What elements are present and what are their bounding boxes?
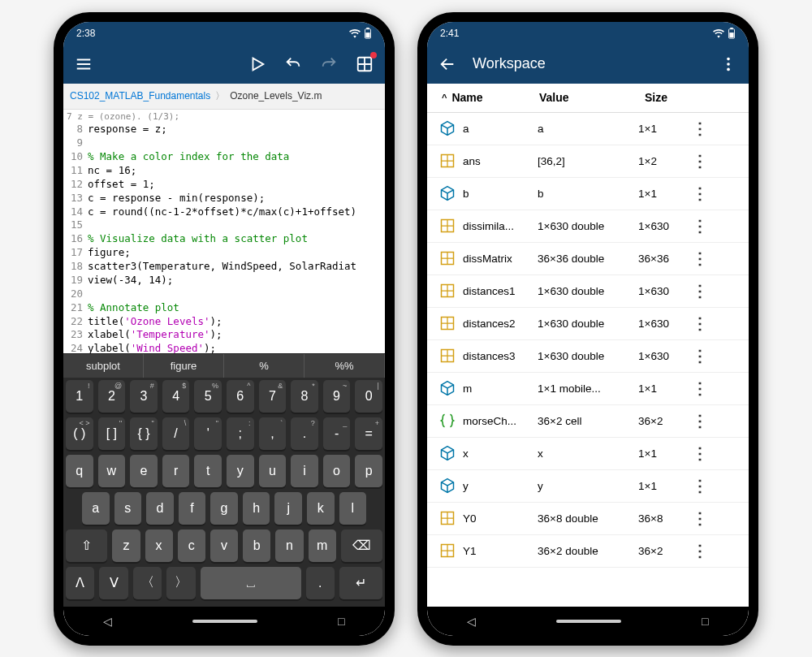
key[interactable]: g: [210, 492, 238, 525]
workspace-row[interactable]: Y0 36×8 double 36×8 ⋮: [427, 503, 749, 535]
workspace-row[interactable]: a a 1×1 ⋮: [427, 113, 749, 145]
key[interactable]: m: [309, 529, 336, 562]
key[interactable]: 6^: [227, 380, 254, 413]
workspace-row[interactable]: y y 1×1 ⋮: [427, 470, 749, 503]
key[interactable]: l: [339, 492, 367, 525]
key[interactable]: 5%: [194, 380, 222, 413]
menu-icon[interactable]: [73, 54, 94, 75]
shift-key[interactable]: ⇧: [66, 529, 107, 562]
key[interactable]: /\: [162, 417, 190, 450]
row-more-icon[interactable]: ⋮: [692, 281, 708, 300]
key[interactable]: 2@: [98, 380, 126, 413]
key[interactable]: 7&: [259, 380, 287, 413]
col-value[interactable]: Value: [539, 91, 645, 104]
workspace-row[interactable]: distances2 1×630 double 1×630 ⋮: [427, 308, 749, 340]
key[interactable]: x: [145, 529, 173, 562]
key[interactable]: s: [114, 492, 142, 525]
key[interactable]: d: [146, 492, 174, 525]
arrow-up-key[interactable]: ᐱ: [66, 567, 94, 599]
row-more-icon[interactable]: ⋮: [692, 443, 708, 463]
key[interactable]: o: [323, 455, 351, 487]
undo-icon[interactable]: [283, 54, 304, 75]
key[interactable]: j: [274, 492, 302, 525]
key[interactable]: -_: [323, 417, 351, 450]
key[interactable]: w: [98, 455, 126, 487]
breadcrumb-file[interactable]: Ozone_Levels_Viz.m: [230, 90, 322, 102]
period-key[interactable]: .: [306, 567, 335, 599]
row-more-icon[interactable]: ⋮: [692, 249, 708, 268]
workspace-row[interactable]: ans [36,2] 1×2 ⋮: [427, 145, 749, 178]
row-more-icon[interactable]: ⋮: [692, 508, 708, 528]
key[interactable]: q: [66, 455, 93, 487]
workspace-row[interactable]: x x 1×1 ⋮: [427, 438, 749, 470]
key[interactable]: c: [178, 529, 205, 562]
key[interactable]: u: [259, 455, 287, 487]
key[interactable]: { }": [130, 417, 158, 450]
key[interactable]: v: [210, 529, 238, 562]
workspace-row[interactable]: morseCh... 36×2 cell 36×2 ⋮: [427, 405, 749, 438]
key[interactable]: 3#: [130, 380, 158, 413]
suggestion-item[interactable]: subplot: [63, 354, 144, 378]
space-key[interactable]: ⎵: [201, 567, 301, 599]
row-more-icon[interactable]: ⋮: [692, 119, 708, 138]
key[interactable]: k: [307, 492, 335, 525]
backspace-key[interactable]: ⌫: [341, 529, 382, 562]
key[interactable]: .?: [291, 417, 318, 450]
arrow-right-key[interactable]: 〉: [166, 567, 195, 599]
key[interactable]: a: [82, 492, 110, 525]
redo-icon[interactable]: [318, 54, 339, 75]
key[interactable]: ( )< >: [66, 417, 93, 450]
breadcrumb-folder[interactable]: CS102_MATLAB_Fundamentals: [70, 90, 210, 102]
arrow-down-key[interactable]: ᐯ: [99, 567, 127, 599]
nav-recent-icon[interactable]: □: [702, 615, 708, 628]
suggestion-item[interactable]: %%: [304, 354, 385, 378]
key[interactable]: i: [291, 455, 318, 487]
row-more-icon[interactable]: ⋮: [692, 378, 708, 398]
row-more-icon[interactable]: ⋮: [692, 346, 708, 365]
enter-key[interactable]: ↵: [339, 567, 382, 599]
col-size[interactable]: Size: [645, 91, 741, 104]
workspace-row[interactable]: dissimila... 1×630 double 1×630 ⋮: [427, 210, 749, 243]
key[interactable]: 4$: [162, 380, 190, 413]
workspace-row[interactable]: m 1×1 mobile... 1×1 ⋮: [427, 373, 749, 405]
key[interactable]: ;:: [227, 417, 254, 450]
nav-recent-icon[interactable]: □: [338, 615, 344, 628]
key[interactable]: h: [243, 492, 270, 525]
nav-home-icon[interactable]: [556, 620, 621, 623]
nav-back-icon[interactable]: ◁: [467, 615, 476, 628]
key[interactable]: z: [112, 529, 140, 562]
row-more-icon[interactable]: ⋮: [692, 411, 708, 430]
key[interactable]: n: [275, 529, 303, 562]
key[interactable]: y: [227, 455, 254, 487]
row-more-icon[interactable]: ⋮: [692, 184, 708, 203]
key[interactable]: [ ]'': [98, 417, 126, 450]
workspace-row[interactable]: dissMatrix 36×36 double 36×36 ⋮: [427, 243, 749, 275]
suggestion-item[interactable]: figure: [144, 354, 224, 378]
key[interactable]: 0|: [355, 380, 382, 413]
workspace-row[interactable]: Y1 36×2 double 36×2 ⋮: [427, 535, 749, 568]
key[interactable]: =+: [355, 417, 382, 450]
nav-home-icon[interactable]: [192, 620, 257, 623]
col-name[interactable]: ^ Name: [442, 91, 539, 104]
back-icon[interactable]: [437, 54, 458, 75]
workspace-row[interactable]: distances3 1×630 double 1×630 ⋮: [427, 340, 749, 373]
key[interactable]: 8*: [291, 380, 318, 413]
row-more-icon[interactable]: ⋮: [692, 216, 708, 236]
key[interactable]: ,`: [259, 417, 287, 450]
key[interactable]: b: [243, 529, 270, 562]
key[interactable]: 9~: [323, 380, 351, 413]
nav-back-icon[interactable]: ◁: [103, 615, 112, 628]
workspace-row[interactable]: distances1 1×630 double 1×630 ⋮: [427, 275, 749, 308]
more-icon[interactable]: [718, 54, 739, 75]
row-more-icon[interactable]: ⋮: [692, 476, 708, 495]
row-more-icon[interactable]: ⋮: [692, 151, 708, 171]
key[interactable]: e: [130, 455, 158, 487]
key[interactable]: 1!: [66, 380, 93, 413]
suggestion-item[interactable]: %: [224, 354, 304, 378]
run-icon[interactable]: [247, 54, 268, 75]
workspace-row[interactable]: b b 1×1 ⋮: [427, 178, 749, 210]
key[interactable]: f: [179, 492, 206, 525]
panels-icon[interactable]: [354, 54, 375, 75]
arrow-left-key[interactable]: 〈: [133, 567, 162, 599]
workspace-list[interactable]: a a 1×1 ⋮ ans [36,2] 1×2 ⋮ b b 1×1 ⋮ dis…: [427, 113, 749, 607]
